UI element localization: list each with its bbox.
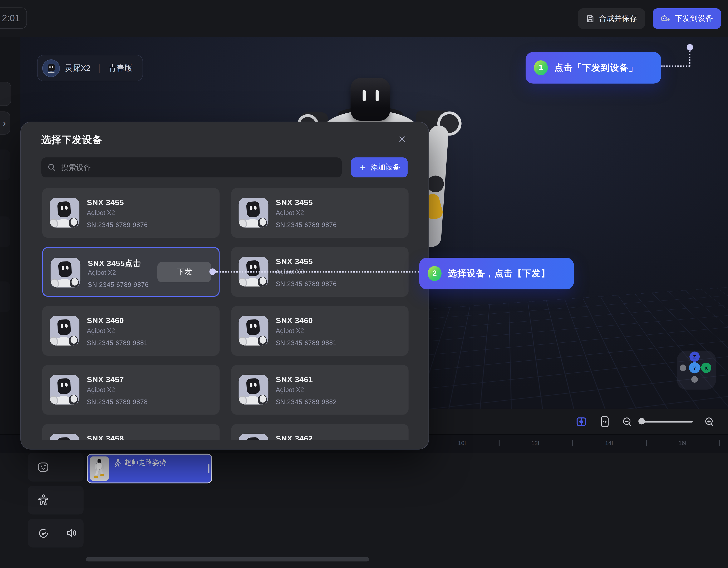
search-icon (48, 163, 56, 171)
device-list-viewport: SNX 3455 Agibot X2 SN:2345 6789 9876 SNX… (21, 188, 429, 440)
ruler-frame-label: 16f (678, 440, 687, 446)
device-card[interactable]: SNX 3457 Agibot X2 SN:2345 6789 9878 (42, 365, 220, 415)
add-device-button[interactable]: ＋ 添加设备 (351, 157, 408, 177)
gizmo-z-axis[interactable]: Z (689, 352, 700, 362)
device-card[interactable]: SNX 3461 Agibot X2 SN:2345 6789 9882 (231, 365, 409, 415)
device-card[interactable]: SNX 3462 Agibot X2 (231, 424, 409, 440)
chevron-right-icon: › (3, 118, 6, 128)
clip-thumbnail (90, 456, 109, 481)
device-model: Agibot X2 (276, 386, 304, 393)
ruler-tick (646, 440, 646, 446)
deploy-to-device-button[interactable]: 下发到设备 (653, 8, 721, 29)
timeline-horizontal-scrollbar[interactable] (86, 557, 369, 561)
ruler-frame-label: 10f (458, 440, 466, 446)
robot-avatar-icon (42, 59, 60, 77)
duration-chip: 2:01 (0, 8, 27, 29)
robot-head (350, 78, 390, 121)
device-model: Agibot X2 (276, 209, 304, 216)
model-version-chip: 灵犀X2 │ 青春版 (37, 55, 143, 81)
device-name: SNX 3455点击 (88, 258, 141, 269)
connector-line-2 (216, 271, 419, 273)
tutorial-step-2: 2 选择设备，点击【下发】 (419, 258, 574, 289)
deploy-device-button[interactable]: 下发 (157, 262, 211, 282)
device-name: SNX 3458 (87, 434, 124, 440)
device-avatar (50, 316, 79, 346)
device-model: Agibot X2 (88, 269, 116, 276)
save-button[interactable]: 合成并保存 (578, 8, 645, 29)
device-avatar (239, 375, 269, 405)
model-name: 灵犀X2 (65, 63, 90, 73)
ruler-frame-label: 12f (531, 440, 539, 446)
clip-name: 超帅走路姿势 (124, 458, 166, 467)
search-input[interactable] (60, 163, 335, 172)
device-sn: SN:2345 6789 9876 (88, 281, 149, 288)
timeline-tracks: 超帅走路姿势 (0, 453, 728, 568)
sidebar-expand-button[interactable]: › (0, 111, 10, 134)
zoom-slider-knob[interactable] (638, 418, 645, 424)
sidebar-panel-item[interactable] (0, 281, 10, 312)
zoom-out-icon[interactable] (622, 417, 632, 427)
zoom-slider-track[interactable] (641, 421, 693, 422)
device-avatar (51, 258, 80, 288)
device-name: SNX 3455 (87, 198, 124, 208)
tutorial-step-1: 1 点击「下发到设备」 (526, 52, 661, 83)
device-name: SNX 3460 (276, 316, 313, 326)
connector-dot-1 (687, 44, 693, 51)
device-avatar (239, 316, 269, 346)
gizmo-x-axis[interactable]: X (701, 363, 711, 373)
close-icon[interactable]: ✕ (396, 133, 408, 145)
orientation-gizmo[interactable]: Z Y X (677, 351, 716, 390)
animation-clip[interactable]: 超帅走路姿势 (87, 454, 212, 484)
device-model: Agibot X2 (87, 327, 115, 334)
device-model: Agibot X2 (276, 327, 304, 334)
device-avatar (239, 198, 269, 228)
device-sn: SN:2345 6789 9876 (276, 280, 337, 288)
device-name: SNX 3462 (276, 434, 313, 440)
model-edition: 青春版 (109, 63, 133, 73)
motion-dial-icon (37, 527, 50, 539)
device-card[interactable]: SNX 3455 Agibot X2 SN:2345 6789 9876 (231, 188, 409, 238)
ruler-tick (572, 440, 573, 446)
gizmo-neg-axis-dot[interactable] (691, 376, 698, 383)
device-name: SNX 3457 (87, 375, 124, 385)
chip-divider: │ (95, 64, 104, 72)
step-2-text: 选择设备，点击【下发】 (448, 268, 559, 280)
device-sn: SN:2345 6789 9881 (87, 339, 148, 347)
device-avatar (50, 375, 79, 405)
device-card[interactable]: SNX 3455 Agibot X2 SN:2345 6789 9876 (42, 188, 220, 238)
sidebar-panel-item[interactable] (0, 216, 10, 247)
zoom-in-icon[interactable] (704, 417, 714, 427)
track-header-audio[interactable] (28, 519, 84, 548)
track-header-expression[interactable] (28, 453, 84, 481)
track-header-pose[interactable] (28, 486, 84, 514)
device-card[interactable]: SNX 3458 Agibot X2 (42, 424, 220, 440)
device-model: Agibot X2 (87, 209, 115, 216)
fit-clip-icon[interactable] (576, 417, 586, 427)
robot-download-icon (661, 14, 671, 23)
step-1-text: 点击「下发到设备」 (554, 62, 647, 74)
ruler-tick (719, 440, 720, 446)
search-box[interactable] (41, 157, 342, 177)
connector-line-1h (661, 65, 690, 67)
sidebar-tool-button[interactable] (0, 82, 11, 106)
device-card[interactable]: SNX 3460 Agibot X2 SN:2345 6789 9881 (231, 306, 409, 356)
device-card[interactable]: SNX 3455点击 Agibot X2 SN:2345 6789 9876 下… (42, 247, 220, 297)
device-sn: SN:2345 6789 9878 (87, 398, 148, 406)
device-name: SNX 3455 (276, 257, 313, 267)
device-model: Agibot X2 (87, 386, 115, 393)
device-sn: SN:2345 6789 9876 (276, 221, 337, 229)
clip-trim-handle-right[interactable] (208, 464, 210, 473)
modal-title: 选择下发设备 (41, 133, 103, 146)
gizmo-y-axis[interactable]: Y (689, 362, 700, 373)
wink-face-icon (37, 461, 49, 473)
device-name: SNX 3455 (276, 198, 313, 208)
device-grid: SNX 3455 Agibot X2 SN:2345 6789 9876 SNX… (21, 188, 429, 440)
gizmo-neg-axis-dot[interactable] (680, 364, 686, 371)
fit-range-icon[interactable] (600, 416, 609, 428)
device-avatar (239, 434, 269, 440)
connector-dot-2 (209, 268, 216, 275)
device-name: SNX 3461 (276, 375, 313, 385)
sidebar-panel-item[interactable] (0, 150, 10, 180)
connector-line-1v (689, 51, 690, 67)
device-card[interactable]: SNX 3460 Agibot X2 SN:2345 6789 9881 (42, 306, 220, 356)
